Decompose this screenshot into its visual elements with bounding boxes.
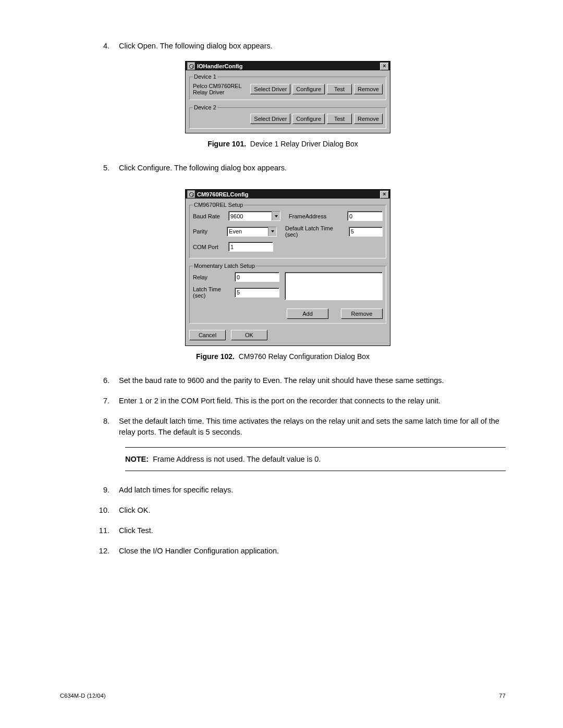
- device2-group: Device 2 Select Driver Configure Test Re…: [189, 104, 386, 129]
- remove-button[interactable]: Remove: [354, 114, 383, 124]
- cm9760rel-dialog: CM9760RELConfig × CM9670REL Setup Baud R…: [185, 189, 390, 346]
- close-icon[interactable]: ×: [380, 191, 389, 199]
- relay-field[interactable]: 0: [235, 272, 279, 282]
- latch-label: Latch Time (sec): [193, 286, 232, 299]
- step-text: Set the baud rate to 9600 and the parity…: [119, 375, 506, 386]
- latch-field[interactable]: 5: [235, 288, 279, 298]
- configure-button[interactable]: Configure: [292, 114, 325, 124]
- window-title: IOHandlerConfig: [197, 63, 242, 69]
- momentary-legend: Momentary Latch Setup: [193, 263, 256, 269]
- step-10: 10. Click OK.: [60, 505, 506, 516]
- titlebar: IOHandlerConfig ×: [186, 61, 390, 70]
- relay-label: Relay: [193, 274, 232, 280]
- default-latch-field[interactable]: 5: [349, 227, 383, 237]
- step-text: Click OK.: [119, 505, 506, 516]
- step-6: 6. Set the baud rate to 9600 and the par…: [60, 375, 506, 386]
- cancel-button[interactable]: Cancel: [189, 330, 226, 340]
- step-4: 4. Click Open. The following dialog box …: [60, 41, 506, 52]
- note-label: NOTE:: [125, 455, 149, 463]
- window-title: CM9760RELConfig: [197, 191, 248, 198]
- step-number: 9.: [60, 485, 119, 496]
- parity-combo[interactable]: Even: [227, 227, 277, 237]
- step-text: Click Test.: [119, 525, 506, 536]
- close-icon[interactable]: ×: [380, 63, 389, 70]
- chevron-down-icon: [272, 212, 280, 220]
- baud-combo[interactable]: 9600: [228, 211, 280, 221]
- step-number: 5.: [60, 163, 119, 174]
- remove-button[interactable]: Remove: [341, 309, 383, 319]
- device1-legend: Device 1: [193, 73, 217, 80]
- setup-legend: CM9670REL Setup: [193, 202, 244, 208]
- step-text: Click Open. The following dialog box app…: [119, 41, 506, 52]
- figure-101-caption: Figure 101. Device 1 Relay Driver Dialog…: [60, 140, 506, 148]
- figure-102-caption: Figure 102. CM9760 Relay Configuration D…: [60, 352, 506, 361]
- select-driver-button[interactable]: Select Driver: [250, 84, 290, 94]
- configure-button[interactable]: Configure: [292, 84, 325, 94]
- step-text: Set the default latch time. This time ac…: [119, 416, 506, 438]
- relay-listbox[interactable]: [285, 272, 383, 300]
- chevron-down-icon: [268, 227, 276, 236]
- add-button[interactable]: Add: [287, 309, 328, 319]
- step-number: 10.: [60, 505, 119, 516]
- step-number: 11.: [60, 525, 119, 536]
- test-button[interactable]: Test: [327, 84, 352, 94]
- step-number: 8.: [60, 416, 119, 438]
- titlebar: CM9760RELConfig ×: [186, 190, 390, 199]
- device2-legend: Device 2: [193, 104, 217, 110]
- step-text: Add latch times for specific relays.: [119, 485, 506, 496]
- step-12: 12. Close the I/O Handler Configuration …: [60, 546, 506, 557]
- select-driver-button[interactable]: Select Driver: [250, 114, 290, 124]
- iohandler-dialog: IOHandlerConfig × Device 1 Pelco CM9760R…: [185, 61, 390, 133]
- step-text: Click Configure. The following dialog bo…: [119, 163, 506, 174]
- page-footer: C634M-D (12/04) 77: [60, 693, 506, 699]
- ok-button[interactable]: OK: [231, 330, 267, 340]
- step-11: 11. Click Test.: [60, 525, 506, 536]
- step-number: 4.: [60, 41, 119, 52]
- setup-group: CM9670REL Setup Baud Rate 9600 FrameAddr…: [189, 202, 386, 258]
- frame-field[interactable]: 0: [347, 211, 383, 221]
- step-text: Enter 1 or 2 in the COM Port field. This…: [119, 396, 506, 406]
- com-label: COM Port: [193, 244, 226, 250]
- step-number: 7.: [60, 396, 119, 406]
- com-field[interactable]: 1: [228, 242, 273, 252]
- step-number: 6.: [60, 375, 119, 386]
- device1-driver-name: Pelco CM9760REL Relay Driver: [193, 83, 248, 95]
- note-text: Frame Address is not used. The default v…: [153, 455, 321, 463]
- footer-page-number: 77: [499, 693, 506, 699]
- step-8: 8. Set the default latch time. This time…: [60, 416, 506, 438]
- test-button[interactable]: Test: [327, 114, 352, 124]
- momentary-group: Momentary Latch Setup Relay 0 Latch Time…: [189, 263, 386, 324]
- note-block: NOTE: Frame Address is not used. The def…: [60, 447, 506, 471]
- step-text: Close the I/O Handler Configuration appl…: [119, 546, 506, 557]
- step-5: 5. Click Configure. The following dialog…: [60, 163, 506, 174]
- app-icon: [187, 190, 195, 198]
- step-9: 9. Add latch times for specific relays.: [60, 485, 506, 496]
- baud-label: Baud Rate: [193, 213, 226, 219]
- footer-doc-id: C634M-D (12/04): [60, 693, 106, 699]
- default-latch-label: Default Latch Time (sec): [285, 225, 345, 238]
- parity-label: Parity: [193, 228, 225, 235]
- device1-group: Device 1 Pelco CM9760REL Relay Driver Se…: [189, 73, 386, 100]
- remove-button[interactable]: Remove: [354, 84, 383, 94]
- app-icon: [187, 62, 195, 70]
- step-7: 7. Enter 1 or 2 in the COM Port field. T…: [60, 396, 506, 406]
- frame-label: FrameAddress: [289, 213, 326, 219]
- step-number: 12.: [60, 546, 119, 557]
